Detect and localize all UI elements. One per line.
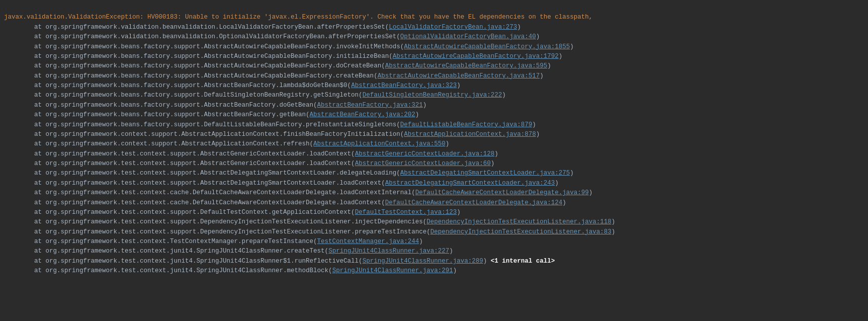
at-prefix: at org.springframework.test.context.juni… — [4, 248, 328, 255]
stack-trace-line: at org.springframework.context.support.A… — [4, 139, 864, 149]
file-link[interactable]: LocalValidatorFactoryBean.java:273 — [389, 24, 517, 31]
file-link[interactable]: SpringJUnit4ClassRunner.java:289 — [363, 258, 483, 265]
at-prefix: at org.springframework.beans.factory.sup… — [4, 43, 404, 50]
file-link[interactable]: DefaultListableBeanFactory.java:879 — [400, 121, 533, 128]
at-prefix: at org.springframework.beans.factory.sup… — [4, 121, 400, 128]
stack-trace-line: at org.springframework.beans.factory.sup… — [4, 101, 864, 110]
file-link[interactable]: AbstractBeanFactory.java:323 — [351, 82, 457, 89]
at-prefix: at org.springframework.beans.factory.sup… — [4, 53, 393, 60]
at-suffix: ) — [483, 258, 491, 265]
stack-trace-line: at org.springframework.test.context.juni… — [4, 247, 864, 256]
at-prefix: at org.springframework.test.context.juni… — [4, 267, 332, 274]
at-suffix: ) — [559, 53, 563, 60]
at-suffix: ) — [612, 228, 616, 235]
stack-trace-line: at org.springframework.test.context.supp… — [4, 217, 864, 227]
at-prefix: at org.springframework.beans.factory.sup… — [4, 92, 363, 99]
stack-trace-line: at org.springframework.beans.factory.sup… — [4, 52, 864, 61]
file-link[interactable]: AbstractAutowireCapableBeanFactory.java:… — [385, 62, 548, 69]
at-prefix: at org.springframework.test.context.juni… — [4, 258, 363, 265]
at-prefix: at org.springframework.beans.factory.sup… — [4, 102, 317, 109]
file-link[interactable]: AbstractDelegatingSmartContextLoader.jav… — [385, 180, 555, 187]
at-suffix: ) — [453, 267, 457, 274]
stack-trace-line: at org.springframework.test.context.supp… — [4, 179, 864, 188]
at-suffix: ) — [423, 102, 427, 109]
file-link[interactable]: SpringJUnit4ClassRunner.java:227 — [328, 248, 449, 255]
at-suffix: ) — [536, 33, 540, 40]
stack-trace-line: at org.springframework.beans.factory.sup… — [4, 61, 864, 71]
at-suffix: ) — [570, 170, 574, 177]
file-link[interactable]: SpringJUnit4ClassRunner.java:291 — [332, 267, 453, 274]
stack-trace-container: javax.validation.ValidationException: HV… — [0, 2, 868, 277]
at-prefix: at org.springframework.test.context.cach… — [4, 199, 385, 206]
file-link[interactable]: AbstractGenericContextLoader.java:60 — [355, 160, 491, 167]
file-link[interactable]: AbstractGenericContextLoader.java:128 — [355, 150, 495, 157]
at-suffix: ) — [415, 111, 419, 118]
stack-trace-line: at org.springframework.beans.factory.sup… — [4, 120, 864, 130]
at-prefix: at org.springframework.test.context.supp… — [4, 228, 430, 235]
file-link[interactable]: DefaultCacheAwareContextLoaderDelegate.j… — [415, 189, 589, 196]
stack-trace-line: at org.springframework.beans.factory.sup… — [4, 81, 864, 91]
stack-trace-line: at org.springframework.beans.factory.sup… — [4, 42, 864, 52]
file-link[interactable]: DefaultTestContext.java:123 — [355, 209, 457, 216]
stack-trace-line: at org.springframework.test.context.supp… — [4, 159, 864, 169]
file-link[interactable]: DefaultSingletonBeanRegistry.java:222 — [363, 92, 502, 99]
at-prefix: at org.springframework.test.context.supp… — [4, 170, 400, 177]
at-prefix: at org.springframework.validation.beanva… — [4, 24, 389, 31]
file-link[interactable]: AbstractBeanFactory.java:321 — [317, 102, 423, 109]
at-suffix: ) — [446, 140, 450, 147]
stack-trace-line: at org.springframework.test.context.juni… — [4, 257, 864, 266]
file-link[interactable]: AbstractDelegatingSmartContextLoader.jav… — [400, 170, 570, 177]
at-suffix: ) — [612, 218, 616, 225]
file-link[interactable]: AbstractAutowireCapableBeanFactory.java:… — [404, 43, 570, 50]
stack-trace-line: at org.springframework.test.context.cach… — [4, 188, 864, 198]
at-suffix: ) — [457, 82, 461, 89]
stack-trace-line: at org.springframework.beans.factory.sup… — [4, 71, 864, 81]
at-prefix: at org.springframework.beans.factory.sup… — [4, 111, 310, 118]
stack-trace-line: at org.springframework.beans.factory.sup… — [4, 91, 864, 100]
at-prefix: at org.springframework.test.context.supp… — [4, 209, 355, 216]
file-link[interactable]: AbstractAutowireCapableBeanFactory.java:… — [378, 72, 540, 79]
file-link[interactable]: DefaultCacheAwareContextLoaderDelegate.j… — [385, 199, 563, 206]
at-suffix: ) — [540, 72, 544, 79]
at-prefix: at org.springframework.test.context.supp… — [4, 160, 355, 167]
at-suffix: ) — [491, 160, 495, 167]
at-suffix: ) — [494, 150, 498, 157]
file-link[interactable]: DependencyInjectionTestExecutionListener… — [426, 218, 612, 225]
at-prefix: at org.springframework.validation.beanva… — [4, 33, 400, 40]
file-link[interactable]: AbstractApplicationContext.java:878 — [404, 131, 536, 138]
at-prefix: at org.springframework.test.context.cach… — [4, 189, 415, 196]
at-prefix: at org.springframework.beans.factory.sup… — [4, 82, 351, 89]
stack-trace-line: at org.springframework.context.support.A… — [4, 130, 864, 139]
at-suffix: ) — [547, 62, 551, 69]
at-prefix: at org.springframework.beans.factory.sup… — [4, 72, 378, 79]
at-suffix: ) — [517, 24, 521, 31]
stack-trace-line: at org.springframework.test.context.supp… — [4, 208, 864, 217]
at-suffix: ) — [555, 180, 559, 187]
at-suffix: ) — [532, 121, 536, 128]
at-suffix: ) — [570, 43, 574, 50]
stack-trace-line: javax.validation.ValidationException: HV… — [4, 13, 864, 22]
at-prefix: at org.springframework.test.context.supp… — [4, 218, 426, 225]
file-link[interactable]: AbstractAutowireCapableBeanFactory.java:… — [393, 53, 559, 60]
at-suffix: ) — [502, 92, 506, 99]
file-link[interactable]: DependencyInjectionTestExecutionListener… — [430, 228, 612, 235]
stack-trace-line: at org.springframework.test.context.Test… — [4, 237, 864, 247]
at-suffix: ) — [536, 131, 540, 138]
file-link[interactable]: OptionalValidatorFactoryBean.java:40 — [400, 33, 536, 40]
stack-trace-line: at org.springframework.test.context.supp… — [4, 149, 864, 159]
stack-trace-line: at org.springframework.test.context.supp… — [4, 227, 864, 237]
at-prefix: at org.springframework.beans.factory.sup… — [4, 62, 385, 69]
stack-trace-line: at org.springframework.validation.beanva… — [4, 23, 864, 32]
file-link[interactable]: AbstractBeanFactory.java:202 — [310, 111, 415, 118]
internal-call-badge: <1 internal call> — [491, 258, 555, 265]
file-link[interactable]: AbstractApplicationContext.java:550 — [313, 140, 446, 147]
at-prefix: at org.springframework.context.support.A… — [4, 131, 404, 138]
at-suffix: ) — [589, 189, 593, 196]
at-prefix: at org.springframework.test.context.supp… — [4, 150, 355, 157]
stack-trace-line: at org.springframework.validation.beanva… — [4, 32, 864, 42]
stack-trace-line: at org.springframework.beans.factory.sup… — [4, 110, 864, 120]
at-suffix: ) — [457, 209, 461, 216]
stack-trace-line: at org.springframework.test.context.juni… — [4, 266, 864, 276]
at-suffix: ) — [419, 238, 423, 245]
file-link[interactable]: TestContextManager.java:244 — [317, 238, 419, 245]
